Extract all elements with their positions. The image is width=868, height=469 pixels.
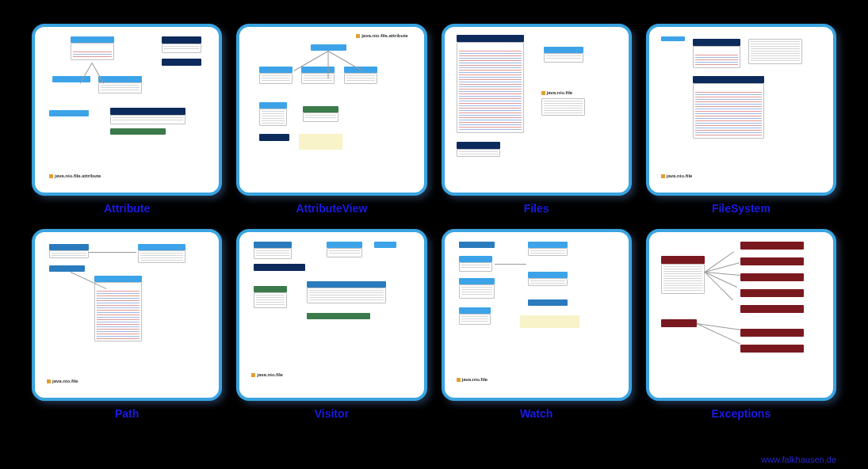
diagram-grid: java.nio.file.attribute Attribute java.n… [0, 0, 868, 444]
thumbnail-path[interactable]: java.nio.file [32, 229, 222, 401]
caption-attributeview: AttributeView [296, 202, 367, 215]
caption-watch: Watch [520, 407, 553, 420]
package-label: java.nio.file [52, 379, 78, 383]
package-label: java.nio.file [462, 377, 488, 382]
card-files[interactable]: java.nio.file Files [442, 24, 632, 215]
card-path[interactable]: java.nio.file Path [32, 229, 222, 420]
card-watch[interactable]: java.nio.file Watch [442, 229, 632, 420]
thumbnail-attribute[interactable]: java.nio.file.attribute [32, 24, 222, 196]
caption-exceptions: Exceptions [712, 407, 771, 420]
caption-path: Path [115, 407, 139, 420]
caption-filesystem: FileSystem [712, 202, 770, 215]
thumbnail-files[interactable]: java.nio.file [442, 24, 632, 196]
package-label: java.nio.file [257, 372, 283, 377]
card-exceptions[interactable]: Exceptions [646, 229, 836, 420]
thumbnail-visitor[interactable]: java.nio.file [236, 229, 426, 401]
package-label: java.nio.file [547, 90, 573, 95]
thumbnail-attributeview[interactable]: java.nio.file.attribute [236, 24, 426, 196]
thumbnail-exceptions[interactable] [646, 229, 836, 401]
card-visitor[interactable]: java.nio.file Visitor [236, 229, 426, 420]
package-label: java.nio.file [667, 173, 693, 178]
thumbnail-watch[interactable]: java.nio.file [442, 229, 632, 401]
package-label: java.nio.file.attribute [361, 33, 407, 38]
footer-link[interactable]: www.falkhausen.de [761, 455, 836, 464]
caption-visitor: Visitor [315, 407, 349, 420]
card-attributeview[interactable]: java.nio.file.attribute AttributeView [236, 24, 426, 215]
card-attribute[interactable]: java.nio.file.attribute Attribute [32, 24, 222, 215]
caption-files: Files [524, 202, 549, 215]
package-label: java.nio.file.attribute [55, 173, 101, 178]
caption-attribute: Attribute [104, 202, 150, 215]
card-filesystem[interactable]: java.nio.file FileSystem [646, 24, 836, 215]
thumbnail-filesystem[interactable]: java.nio.file [646, 24, 836, 196]
